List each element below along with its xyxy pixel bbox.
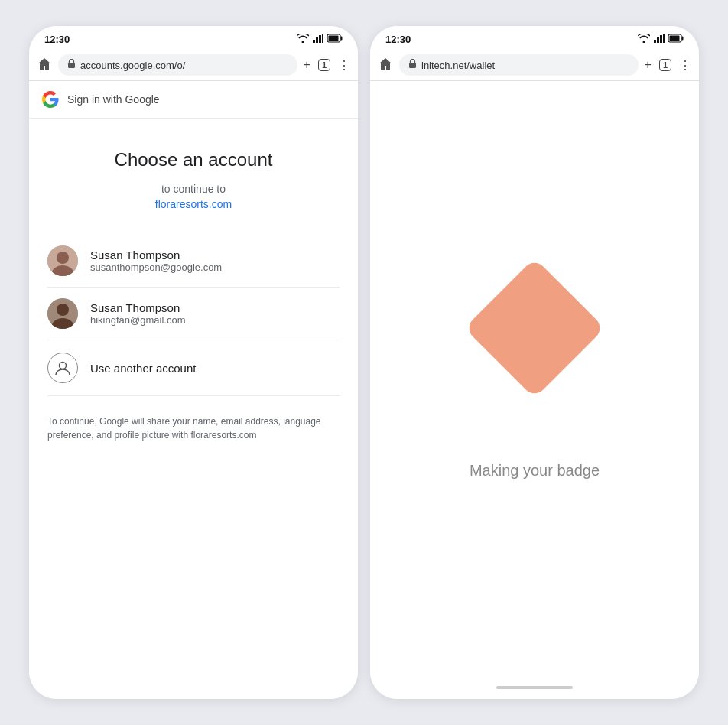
browser-actions-left: + 1 ⋮ <box>304 58 350 73</box>
svg-point-12 <box>57 304 69 316</box>
svg-rect-0 <box>313 40 315 43</box>
badge-label: Making your badge <box>470 462 600 480</box>
status-bar-left: 12:30 <box>29 26 358 50</box>
svg-rect-2 <box>319 35 321 43</box>
tab-count-left[interactable]: 1 <box>318 59 330 71</box>
svg-rect-17 <box>660 35 662 43</box>
svg-rect-18 <box>663 34 665 43</box>
account-item-2[interactable]: Susan Thompson hikingfan@gmail.com <box>47 288 340 340</box>
svg-rect-6 <box>329 36 339 41</box>
choose-account-page: Choose an account to continue to florare… <box>29 119 358 460</box>
home-indicator-right <box>370 676 699 699</box>
badge-page: Making your badge <box>370 81 699 676</box>
svg-rect-20 <box>682 37 684 41</box>
menu-icon-right[interactable]: ⋮ <box>679 58 691 73</box>
svg-rect-21 <box>670 36 680 41</box>
battery-icon-right <box>668 34 684 45</box>
browser-actions-right: + 1 ⋮ <box>645 58 691 73</box>
lock-icon-right <box>408 59 417 71</box>
home-bar-right <box>496 686 573 689</box>
google-header: Sign in with Google <box>29 81 358 119</box>
avatar-1 <box>47 245 78 276</box>
signal-icon-right <box>654 34 665 45</box>
account-list: Susan Thompson susanthompson@google.com <box>47 235 340 396</box>
svg-rect-16 <box>657 37 659 43</box>
status-icons-right <box>638 34 684 45</box>
url-text-right: initech.net/wallet <box>421 60 495 71</box>
status-icons-left <box>297 34 343 45</box>
add-account-icon <box>47 353 78 383</box>
badge-diamond <box>464 258 605 398</box>
svg-rect-15 <box>654 40 656 43</box>
status-bar-right: 12:30 <box>370 26 699 50</box>
time-right: 12:30 <box>385 34 411 45</box>
home-icon-right[interactable] <box>378 57 393 74</box>
svg-rect-3 <box>322 34 323 43</box>
browser-bar-right: initech.net/wallet + 1 ⋮ <box>370 50 699 81</box>
new-tab-icon-left[interactable]: + <box>304 58 310 72</box>
another-account-label: Use another account <box>90 362 196 375</box>
account-item-1[interactable]: Susan Thompson susanthompson@google.com <box>47 235 340 288</box>
tab-count-right[interactable]: 1 <box>659 59 671 71</box>
wifi-icon-right <box>638 34 650 45</box>
site-link[interactable]: floraresorts.com <box>155 198 232 210</box>
choose-title: Choose an account <box>115 149 273 171</box>
svg-point-9 <box>57 252 69 264</box>
page-content-left: Sign in with Google Choose an account to… <box>29 81 358 699</box>
battery-icon <box>327 34 343 45</box>
account-name-1: Susan Thompson <box>90 249 222 262</box>
time-left: 12:30 <box>44 34 70 45</box>
account-email-2: hikingfan@gmail.com <box>90 314 185 326</box>
account-info-2: Susan Thompson hikingfan@gmail.com <box>90 301 185 326</box>
svg-rect-5 <box>341 37 343 41</box>
google-logo <box>41 90 60 109</box>
use-another-account-item[interactable]: Use another account <box>47 340 340 396</box>
badge-diamond-container <box>485 278 584 424</box>
svg-rect-7 <box>68 63 75 68</box>
account-info-1: Susan Thompson susanthompson@google.com <box>90 249 222 273</box>
lock-icon-left <box>67 59 76 71</box>
account-name-2: Susan Thompson <box>90 301 185 314</box>
url-text-left: accounts.google.com/o/ <box>80 60 185 71</box>
left-phone: 12:30 accounts.google.com/o/ + 1 <box>29 26 358 699</box>
url-bar-right[interactable]: initech.net/wallet <box>399 54 639 76</box>
svg-point-14 <box>60 362 67 369</box>
avatar-2 <box>47 298 78 329</box>
new-tab-icon-right[interactable]: + <box>645 58 652 72</box>
privacy-notice: To continue, Google will share your name… <box>47 415 340 442</box>
browser-bar-left: accounts.google.com/o/ + 1 ⋮ <box>29 50 358 81</box>
menu-icon-left[interactable]: ⋮ <box>338 58 350 73</box>
svg-rect-22 <box>409 63 416 68</box>
continue-to-text: to continue to <box>161 183 226 195</box>
url-bar-left[interactable]: accounts.google.com/o/ <box>58 54 297 76</box>
google-header-text: Sign in with Google <box>67 93 160 106</box>
svg-rect-1 <box>316 37 318 43</box>
right-phone: 12:30 initech.net/wallet + 1 ⋮ <box>370 26 699 699</box>
home-icon-left[interactable] <box>37 57 52 74</box>
wifi-icon <box>297 34 309 45</box>
account-email-1: susanthompson@google.com <box>90 262 222 273</box>
signal-icon <box>313 34 323 45</box>
